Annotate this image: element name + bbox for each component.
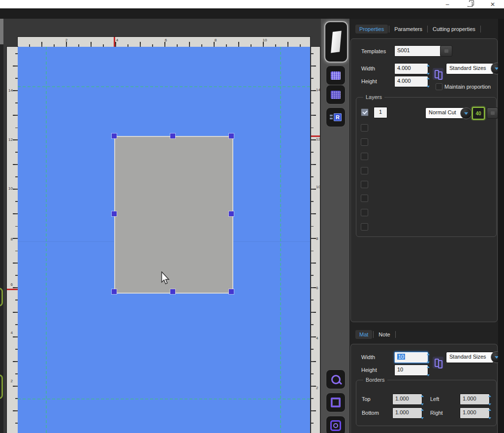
text-style-icon: R: [330, 113, 342, 121]
spin-up-icon[interactable]: [488, 395, 491, 397]
border-left-spinner[interactable]: [487, 394, 492, 407]
spin-up-icon[interactable]: [427, 353, 430, 355]
spin-up-icon[interactable]: [421, 395, 424, 397]
ruler-label: 4: [316, 336, 318, 340]
mat-grid-tool-button[interactable]: [326, 66, 346, 85]
chevron-down-icon: [464, 112, 468, 115]
spin-up-icon[interactable]: [427, 65, 430, 67]
mat-height-input[interactable]: 10: [394, 365, 428, 376]
restore-button[interactable]: [459, 0, 481, 8]
layer-checkbox[interactable]: [361, 223, 368, 231]
close-button[interactable]: ✕: [481, 0, 504, 8]
border-left-label: Left: [430, 396, 439, 402]
layer-checkbox[interactable]: [361, 153, 368, 160]
layer-checkbox[interactable]: [361, 195, 368, 202]
layer-checkbox[interactable]: [361, 138, 368, 146]
resize-handle-ne[interactable]: [229, 133, 234, 138]
maintain-proportion-checkbox[interactable]: [436, 83, 442, 90]
spin-up-icon[interactable]: [488, 409, 491, 411]
left-edge-highlight: [0, 19, 3, 44]
width-input[interactable]: 4.000: [394, 63, 428, 74]
resize-handle-sw[interactable]: [112, 289, 117, 294]
window-controls: – ✕: [436, 0, 504, 8]
border-right-input[interactable]: 1.000: [460, 407, 490, 419]
minimize-button[interactable]: –: [436, 0, 459, 8]
tab-note[interactable]: Note: [375, 330, 394, 339]
height-label: Height: [361, 78, 377, 85]
mat-pattern-tool-button[interactable]: [326, 85, 346, 104]
border-right-spinner[interactable]: [487, 407, 492, 421]
resize-handle-n[interactable]: [170, 133, 175, 138]
spin-down-icon[interactable]: [427, 374, 430, 376]
spin-down-icon[interactable]: [427, 86, 430, 88]
tab-properties[interactable]: Properties: [355, 25, 388, 33]
standard-sizes-select[interactable]: Standard Sizes: [446, 63, 494, 74]
layer-checkbox[interactable]: [361, 209, 368, 216]
resize-handle-nw[interactable]: [112, 133, 117, 138]
design-canvas[interactable]: 2 4 6 8 10 14 12 10 8 6 4 2 14 12 10: [3, 19, 321, 433]
text-style-tool-button[interactable]: R: [326, 107, 346, 127]
selected-shape[interactable]: [114, 136, 233, 294]
spin-down-icon[interactable]: [488, 417, 491, 419]
width-label: Width: [361, 65, 375, 72]
templates-input[interactable]: S001: [394, 45, 441, 57]
spin-down-icon[interactable]: [488, 403, 491, 405]
resize-handle-s[interactable]: [170, 289, 175, 294]
border-bottom-spinner[interactable]: [419, 407, 425, 421]
tab-cutting-properties[interactable]: Cutting properties: [429, 25, 479, 33]
spin-up-icon[interactable]: [421, 409, 424, 411]
layer-options-button[interactable]: [487, 107, 498, 119]
layer-checkbox[interactable]: [361, 181, 368, 188]
spin-down-icon[interactable]: [421, 417, 424, 419]
ruler-label: 4: [11, 331, 13, 335]
layer-checkbox[interactable]: [361, 167, 368, 174]
preview-zoom-tool-button[interactable]: [326, 369, 346, 389]
selection-edge-marker: [311, 135, 320, 137]
tab-mat[interactable]: Mat: [355, 330, 372, 339]
rounded-shape-tool-button[interactable]: [326, 416, 346, 433]
cut-value-badge[interactable]: 40: [472, 107, 485, 120]
spin-down-icon[interactable]: [421, 403, 424, 405]
square-shape-tool-button[interactable]: [326, 393, 346, 412]
hidden-panel-edge-icon: [0, 288, 3, 306]
templates-browse-button[interactable]: [440, 45, 452, 57]
resize-handle-e[interactable]: [229, 211, 234, 216]
cut-type-dropdown-button[interactable]: [460, 107, 472, 119]
spin-down-icon[interactable]: [427, 362, 430, 364]
tab-parameters[interactable]: Parameters: [390, 25, 426, 33]
mat-width-input[interactable]: 10: [394, 352, 428, 363]
layer-checkbox[interactable]: [361, 124, 368, 132]
cutting-mat[interactable]: [18, 47, 310, 433]
page-shape-tool-button[interactable]: [324, 21, 348, 63]
height-input[interactable]: 4.000: [394, 76, 428, 87]
swap-dimensions-icon[interactable]: [433, 68, 443, 80]
mat-grid-icon: [331, 71, 341, 80]
ruler-label: 10: [263, 38, 267, 42]
resize-handle-w[interactable]: [112, 211, 117, 216]
layers-group-label: Layers: [363, 94, 384, 100]
mat-standard-sizes-select[interactable]: Standard Sizes: [446, 352, 494, 363]
layer-number-input[interactable]: 1: [374, 107, 387, 118]
text-lines-icon: [330, 115, 333, 120]
border-left-input[interactable]: 1.000: [460, 394, 490, 405]
spin-down-icon[interactable]: [427, 73, 430, 75]
properties-panel: Properties Parameters Cutting properties…: [349, 19, 498, 433]
resize-handle-se[interactable]: [229, 289, 234, 294]
height-spinner[interactable]: [425, 76, 431, 89]
mat-border-guide: [18, 399, 310, 400]
border-bottom-input[interactable]: 1.000: [392, 407, 422, 419]
app-menubar-strip: [0, 8, 504, 19]
spin-up-icon[interactable]: [427, 77, 430, 79]
width-spinner[interactable]: [425, 63, 431, 76]
left-edge-strip: [0, 19, 3, 433]
cut-type-select[interactable]: Normal Cut: [425, 107, 465, 119]
properties-group: Templates S001 Width 4.000 Height 4.000 …: [350, 38, 498, 322]
mat-width-spinner[interactable]: [425, 352, 431, 365]
border-top-input[interactable]: 1.000: [392, 394, 422, 405]
spin-up-icon[interactable]: [427, 366, 430, 368]
layer-checkbox-checked[interactable]: [361, 108, 369, 116]
swap-dimensions-icon[interactable]: [433, 357, 443, 368]
border-top-spinner[interactable]: [419, 394, 425, 407]
mat-height-spinner[interactable]: [425, 365, 431, 378]
main-area: 2 4 6 8 10 14 12 10 8 6 4 2 14 12 10: [0, 19, 504, 433]
